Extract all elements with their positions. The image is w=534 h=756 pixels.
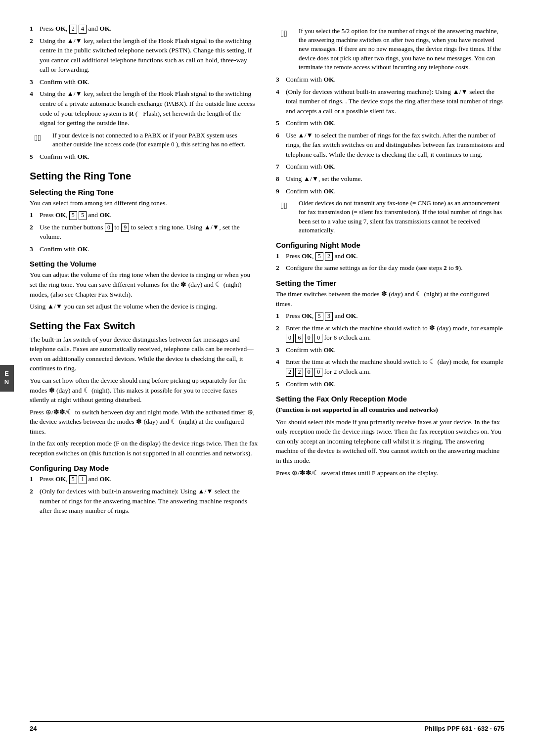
volume-desc1: You can adjust the volume of the ring to… (30, 270, 258, 299)
older-note: 🖊⃞ Older devices do not transmit any fax… (281, 199, 504, 235)
ring-step-2: 2 Use the number buttons 0 to 9 to selec… (30, 222, 258, 242)
fax-switch-desc2: You can set how often the device should … (30, 376, 258, 405)
right-step-3: 3 Confirm with OK. (276, 75, 504, 85)
step-2: 2 Using the ▲/▼ key, select the length o… (30, 36, 258, 75)
fax-switch-desc3: Press ⊕/✽✽/☾ to switch between day and n… (30, 407, 258, 437)
right-step-5: 5 Confirm with OK. (276, 118, 504, 128)
ring-step-1: 1 Press OK, 5 5 and OK. (30, 210, 258, 220)
night-step-1: 1 Press OK, 5 2 and OK. (276, 251, 504, 261)
page-footer: 24 Philips PPF 631 · 632 · 675 (30, 721, 504, 732)
note-icon: 🖊⃞ (35, 132, 48, 149)
ring-tone-steps: 1 Press OK, 5 5 and OK. 2 Use the number… (30, 210, 258, 254)
day-mode-steps: 1 Press OK, 5 1 and OK. 2 (Only for devi… (30, 474, 258, 515)
fax-only-desc1: You should select this mode if you prima… (276, 417, 504, 466)
timer-title: Setting the Timer (276, 279, 504, 287)
fax-only-title: Setting the Fax Only Reception Mode (276, 395, 504, 403)
ring-tone-section-title: Setting the Ring Tone (30, 171, 258, 182)
ring-tone-desc: You can select from among ten different … (30, 198, 258, 208)
pabx-note: 🖊⃞ If your device is not connected to a … (35, 131, 258, 149)
page-number: 24 (30, 725, 37, 732)
left-column: 1 Press OK, 2 4 and OK. 2 Using the ▲/▼ … (30, 24, 258, 712)
timer-step-1: 1 Press OK, 5 3 and OK. (276, 311, 504, 321)
volume-desc2: Using ▲/▼ you can set adjust the volume … (30, 302, 258, 311)
night-mode-steps: 1 Press OK, 5 2 and OK. 2 Configure the … (276, 251, 504, 273)
fax-only-desc2: Press ⊕/✽✽/☾ several times until F appea… (276, 468, 504, 478)
day-step-1: 1 Press OK, 5 1 and OK. (30, 474, 258, 484)
language-tab: EN (0, 365, 14, 392)
step-3: 3 Confirm with OK. (30, 77, 258, 87)
fax-switch-desc1: The built-in fax switch of your device d… (30, 335, 258, 373)
right-step-9: 9 Confirm with OK. (276, 186, 504, 196)
timer-step-4: 4 Enter the time at which the machine sh… (276, 357, 504, 376)
timer-steps: 1 Press OK, 5 3 and OK. 2 Enter the time… (276, 311, 504, 389)
right-step-7: 7 Confirm with OK. (276, 162, 504, 172)
timer-desc: The timer switches between the modes ✽ (… (276, 289, 504, 309)
right-step-4: 4 (Only for devices without built-in ans… (276, 87, 504, 116)
night-step-2: 2 Configure the same settings as for the… (276, 263, 504, 273)
step-4: 4 Using the ▲/▼ key, select the length o… (30, 89, 258, 128)
fax-switch-section-title: Setting the Fax Switch (30, 320, 258, 332)
step-5: 5 Confirm with OK. (30, 152, 258, 162)
fax-switch-desc4: In the fax only reception mode (F on the… (30, 439, 258, 458)
rings-note: 🖊⃞ If you select the 5/2 option for the … (281, 27, 504, 72)
right-step-6: 6 Use ▲/▼ to select the number of rings … (276, 131, 504, 160)
right-column: 🖊⃞ If you select the 5/2 option for the … (276, 24, 504, 712)
model-number: Philips PPF 631 · 632 · 675 (424, 725, 504, 732)
step5-list: 5 Confirm with OK. (30, 152, 258, 162)
ring-step-3: 3 Confirm with OK. (30, 244, 258, 254)
timer-step-5: 5 Confirm with OK. (276, 379, 504, 389)
timer-step-3: 3 Confirm with OK. (276, 345, 504, 355)
fax-only-subtitle2: (Function is not supported in all countr… (276, 405, 504, 415)
night-mode-title: Configuring Night Mode (276, 241, 504, 249)
selecting-ring-tone-title: Selecting the Ring Tone (30, 188, 258, 196)
day-mode-title: Configuring Day Mode (30, 464, 258, 472)
day-step-2: 2 (Only for devices with built-in answer… (30, 487, 258, 516)
intro-steps: 1 Press OK, 2 4 and OK. 2 Using the ▲/▼ … (30, 24, 258, 128)
step-1: 1 Press OK, 2 4 and OK. (30, 24, 258, 34)
timer-step-2: 2 Enter the time at which the machine sh… (276, 323, 504, 343)
volume-title: Setting the Volume (30, 260, 258, 268)
right-step-8: 8 Using ▲/▼, set the volume. (276, 174, 504, 184)
older-note-icon: 🖊⃞ (281, 200, 295, 235)
steps-3-9: 3 Confirm with OK. 4 (Only for devices w… (276, 75, 504, 196)
rings-note-icon: 🖊⃞ (281, 28, 295, 72)
